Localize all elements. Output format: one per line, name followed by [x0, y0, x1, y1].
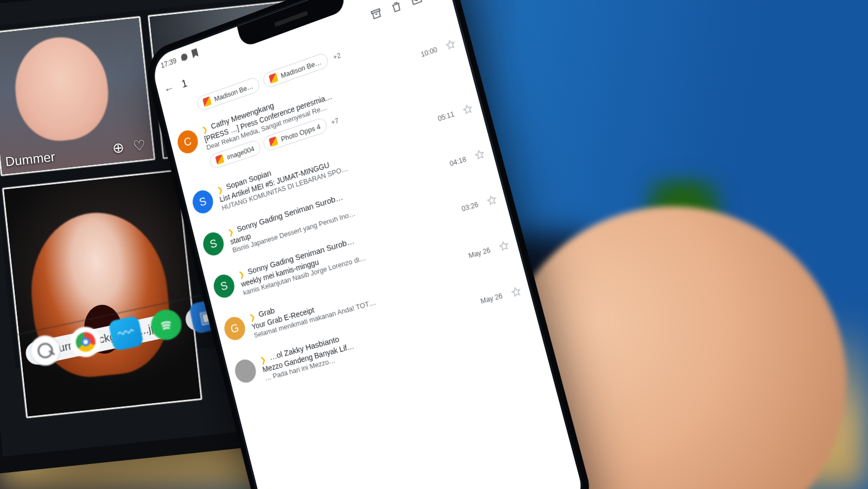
delete-icon[interactable] — [389, 0, 403, 15]
star-icon[interactable] — [444, 37, 457, 52]
more-chips[interactable]: +2 — [332, 51, 341, 61]
selection-count: 1 — [180, 77, 188, 90]
star-icon[interactable] — [473, 148, 486, 162]
sender-avatar[interactable]: S — [201, 230, 226, 258]
more-attachments[interactable]: +7 — [330, 116, 339, 127]
plant-blur — [613, 228, 754, 369]
star-icon[interactable] — [509, 285, 523, 299]
image-icon — [202, 96, 212, 107]
bookmark-icon — [191, 48, 199, 58]
importance-marker-icon[interactable]: ❯ — [238, 269, 245, 279]
importance-marker-icon[interactable]: ❯ — [217, 185, 224, 195]
importance-marker-icon[interactable]: ❯ — [227, 227, 235, 237]
zoom-icon[interactable]: ⊕ — [112, 139, 125, 157]
importance-marker-icon[interactable]: ❯ — [249, 312, 256, 322]
sender-avatar[interactable]: S — [211, 272, 237, 300]
whatsapp-icon — [180, 52, 189, 62]
app-icon[interactable]: 〰 — [108, 315, 144, 351]
status-time: 17:39 — [160, 56, 178, 70]
sender-avatar[interactable] — [233, 357, 258, 385]
sender-avatar[interactable]: S — [190, 187, 215, 216]
chrome-icon[interactable] — [68, 324, 104, 360]
back-icon[interactable]: ← — [163, 81, 176, 97]
scene: Dummer ⊕ ♡ blurred-backgroun....jpg — [0, 0, 868, 489]
spotify-icon[interactable] — [148, 307, 184, 343]
mark-read-icon[interactable] — [409, 0, 423, 8]
launcher-icon[interactable] — [27, 333, 63, 368]
image-icon — [215, 154, 224, 165]
archive-icon[interactable] — [369, 7, 383, 22]
star-icon[interactable] — [461, 102, 474, 116]
sender-avatar[interactable]: C — [175, 128, 200, 156]
star-icon[interactable] — [485, 193, 499, 208]
image-icon — [269, 73, 278, 84]
importance-marker-icon[interactable]: ❯ — [259, 355, 267, 365]
image-icon — [269, 136, 278, 147]
sender-avatar[interactable]: G — [222, 315, 248, 343]
star-icon[interactable] — [497, 239, 511, 253]
importance-marker-icon[interactable]: ❯ — [201, 124, 209, 134]
